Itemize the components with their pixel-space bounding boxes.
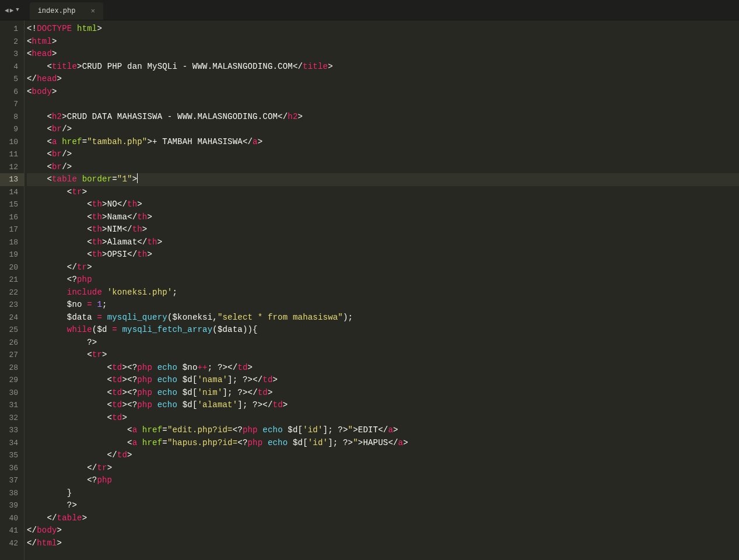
code-line[interactable]: <td><?php echo $d['alamat']; ?></td>	[27, 399, 739, 412]
tab-back-icon[interactable]: ◀	[5, 6, 9, 14]
line-number[interactable]: 26	[0, 337, 24, 349]
code-token: CRUD PHP dan MySQLi - WWW.MALASNGODING.C…	[82, 62, 293, 71]
code-line[interactable]: <html>	[27, 36, 739, 48]
code-token: php	[243, 425, 258, 435]
code-token: <	[27, 112, 52, 121]
code-line[interactable]: <tr>	[27, 349, 739, 362]
line-number[interactable]: 14	[0, 186, 24, 199]
line-number[interactable]: 32	[0, 412, 24, 425]
line-number[interactable]: 28	[0, 362, 24, 374]
code-line[interactable]: </td>	[27, 449, 739, 462]
code-token: >	[57, 526, 62, 535]
code-line[interactable]: <a href="edit.php?id=<?php echo $d['id']…	[27, 424, 739, 437]
code-line[interactable]: </table>	[27, 512, 739, 525]
line-number[interactable]: 20	[0, 261, 24, 274]
tab-forward-icon[interactable]: ▶	[10, 6, 14, 14]
line-number[interactable]: 2	[0, 36, 24, 48]
code-line[interactable]: </body>	[27, 524, 739, 537]
code-line[interactable]: <th>OPSI</th>	[27, 249, 739, 261]
line-number[interactable]: 34	[0, 437, 24, 450]
code-line[interactable]: <!DOCTYPE html>	[27, 23, 739, 36]
code-line[interactable]: <tr>	[27, 186, 739, 199]
line-number[interactable]: 9	[0, 123, 24, 136]
code-token: <	[27, 425, 132, 435]
line-number[interactable]: 29	[0, 374, 24, 387]
tab-active[interactable]: index.php ×	[30, 2, 104, 20]
code-token: >	[102, 212, 107, 222]
line-number[interactable]: 3	[0, 48, 24, 61]
code-line[interactable]: <br/>	[27, 161, 739, 174]
code-line[interactable]: <th>NO</th>	[27, 198, 739, 211]
code-line[interactable]: <td>	[27, 412, 739, 425]
line-number[interactable]: 41	[0, 524, 24, 537]
line-number[interactable]: 36	[0, 462, 24, 475]
code-line[interactable]: include 'koneksi.php';	[27, 286, 739, 299]
code-line[interactable]: </tr>	[27, 462, 739, 475]
line-number[interactable]: 38	[0, 487, 24, 500]
code-line[interactable]: <td><?php echo $no++; ?></td>	[27, 362, 739, 374]
line-number[interactable]: 22	[0, 286, 24, 299]
code-line[interactable]: <td><?php echo $d['nim']; ?></td>	[27, 387, 739, 400]
code-line[interactable]: </html>	[27, 537, 739, 550]
line-number[interactable]: 17	[0, 223, 24, 236]
code-line[interactable]: <br/>	[27, 123, 739, 136]
line-number[interactable]: 10	[0, 136, 24, 149]
line-number[interactable]: 35	[0, 449, 24, 462]
line-number[interactable]: 11	[0, 148, 24, 161]
code-line[interactable]: <?php	[27, 274, 739, 286]
code-line[interactable]: <?php	[27, 474, 739, 487]
code-line[interactable]	[27, 98, 739, 111]
code-area[interactable]: <!DOCTYPE html><html><head> <title>CRUD …	[24, 20, 739, 560]
code-line[interactable]: <table border="1">	[27, 173, 739, 186]
line-number[interactable]: 30	[0, 387, 24, 400]
line-number[interactable]: 23	[0, 299, 24, 312]
line-number[interactable]: 19	[0, 249, 24, 261]
code-token: <	[27, 37, 32, 46]
line-number[interactable]: 5	[0, 73, 24, 86]
code-line[interactable]: <th>Nama</th>	[27, 211, 739, 224]
code-token: >	[147, 212, 152, 222]
line-number[interactable]: 8	[0, 111, 24, 124]
code-line[interactable]: </head>	[27, 73, 739, 86]
code-line[interactable]: </tr>	[27, 261, 739, 274]
line-number[interactable]: 16	[0, 211, 24, 224]
line-number[interactable]: 4	[0, 61, 24, 74]
line-number[interactable]: 37	[0, 474, 24, 487]
code-line[interactable]: ?>	[27, 337, 739, 349]
tab-dropdown-icon[interactable]: ▼	[16, 7, 19, 13]
code-token: <	[27, 187, 72, 197]
line-number[interactable]: 13	[0, 173, 24, 186]
code-line[interactable]: <br/>	[27, 148, 739, 161]
code-line[interactable]: <head>	[27, 48, 739, 61]
code-line[interactable]: <td><?php echo $d['nama']; ?></td>	[27, 374, 739, 387]
code-line[interactable]: <body>	[27, 86, 739, 99]
line-number[interactable]: 7	[0, 98, 24, 111]
code-line[interactable]: ?>	[27, 499, 739, 512]
code-line[interactable]: }	[27, 487, 739, 500]
line-number[interactable]: 31	[0, 399, 24, 412]
code-line[interactable]: $data = mysqli_query($koneksi,"select * …	[27, 312, 739, 324]
code-line[interactable]: <h2>CRUD DATA MAHASISWA - WWW.MALASNGODI…	[27, 111, 739, 124]
line-number[interactable]: 33	[0, 424, 24, 437]
line-number[interactable]: 18	[0, 236, 24, 249]
line-number[interactable]: 25	[0, 324, 24, 337]
line-number[interactable]: 21	[0, 274, 24, 286]
code-line[interactable]: <a href="hapus.php?id=<?php echo $d['id'…	[27, 437, 739, 450]
line-number[interactable]: 24	[0, 312, 24, 324]
code-line[interactable]: <title>CRUD PHP dan MySQLi - WWW.MALASNG…	[27, 61, 739, 74]
line-number[interactable]: 39	[0, 499, 24, 512]
line-number[interactable]: 12	[0, 161, 24, 174]
code-line[interactable]: <th>NIM</th>	[27, 223, 739, 236]
line-number[interactable]: 42	[0, 537, 24, 550]
line-number[interactable]: 40	[0, 512, 24, 525]
code-line[interactable]: $no = 1;	[27, 299, 739, 312]
line-number[interactable]: 1	[0, 23, 24, 36]
code-line[interactable]: while($d = mysqli_fetch_array($data)){	[27, 324, 739, 337]
code-line[interactable]: <a href="tambah.php">+ TAMBAH MAHASISWA<…	[27, 136, 739, 149]
close-icon[interactable]: ×	[90, 7, 95, 16]
line-number[interactable]: 27	[0, 349, 24, 362]
code-token: table	[52, 174, 77, 184]
line-number[interactable]: 15	[0, 198, 24, 211]
code-line[interactable]: <th>Alamat</th>	[27, 236, 739, 249]
line-number[interactable]: 6	[0, 86, 24, 99]
